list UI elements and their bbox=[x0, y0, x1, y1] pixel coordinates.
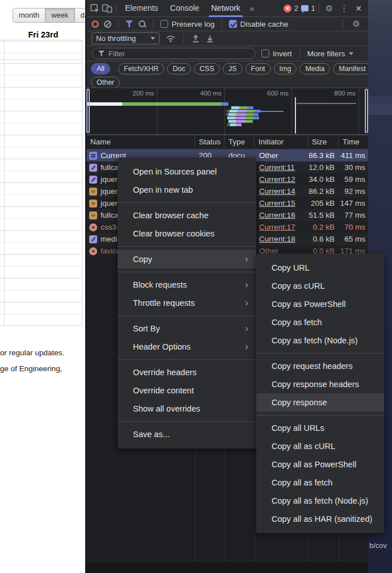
initiator-link[interactable]: Current:18 bbox=[259, 235, 295, 243]
search-icon[interactable] bbox=[138, 20, 146, 28]
column-header-time[interactable]: Time bbox=[339, 135, 369, 149]
initiator-link[interactable]: Current:17 bbox=[259, 223, 295, 231]
filter-chip-css[interactable]: CSS bbox=[194, 63, 220, 74]
request-time: 70 ms bbox=[339, 221, 369, 233]
filter-chip-font[interactable]: Font bbox=[245, 63, 271, 74]
menu-item-copy-as-fetch[interactable]: Copy as fetch bbox=[256, 313, 384, 331]
error-count[interactable]: 2 bbox=[294, 5, 298, 13]
more-filters-dropdown[interactable]: More filters bbox=[307, 49, 353, 58]
menu-item-copy-all-as-fetch[interactable]: Copy all as fetch bbox=[256, 474, 384, 492]
menu-item-override-content[interactable]: Override content bbox=[118, 381, 256, 400]
record-network-log-icon[interactable] bbox=[91, 20, 99, 28]
waterfall-bar bbox=[237, 113, 245, 116]
device-toolbar-icon[interactable] bbox=[102, 3, 112, 13]
background-page-calendar: month week day Fri 23rd or regular updat… bbox=[0, 0, 85, 573]
menu-item-copy-all-as-fetch-nodejs[interactable]: Copy all as fetch (Node.js) bbox=[256, 492, 384, 510]
issues-icon[interactable] bbox=[301, 5, 308, 11]
initiator-link[interactable]: Current:16 bbox=[259, 211, 295, 219]
request-size: 86.3 kB bbox=[308, 150, 339, 161]
script-icon bbox=[89, 211, 97, 219]
throttling-dropdown[interactable]: No throttling bbox=[91, 32, 160, 44]
calendar-allday-separator bbox=[0, 59, 82, 60]
inspect-element-icon[interactable] bbox=[90, 3, 100, 14]
menu-item-copy-all-as-har-sanitized[interactable]: Copy all as HAR (sanitized) bbox=[256, 510, 384, 528]
tab-network[interactable]: Network bbox=[206, 0, 245, 17]
month-view-button[interactable]: month bbox=[13, 9, 45, 22]
menu-item-block-requests[interactable]: Block requests bbox=[118, 276, 256, 294]
menu-item-copy-url[interactable]: Copy URL bbox=[256, 259, 384, 277]
menu-item-copy-all-as-curl[interactable]: Copy all as cURL bbox=[256, 437, 384, 455]
menu-item-open-in-sources-panel[interactable]: Open in Sources panel bbox=[118, 163, 256, 181]
network-overview-timeline[interactable]: 200 ms 400 ms 600 ms 800 ms bbox=[86, 88, 368, 135]
initiator-link[interactable]: Current:11 bbox=[259, 163, 295, 172]
menu-item-throttle-requests[interactable]: Throttle requests bbox=[118, 294, 256, 312]
menu-item-copy-request-headers[interactable]: Copy request headers bbox=[256, 357, 384, 375]
filter-chip-js[interactable]: JS bbox=[223, 63, 243, 74]
week-view-button[interactable]: week bbox=[45, 9, 74, 22]
menu-item-clear-browser-cache[interactable]: Clear browser cache bbox=[118, 206, 256, 225]
menu-item-copy-all-as-powershell[interactable]: Copy all as PowerShell bbox=[256, 455, 384, 474]
tab-console[interactable]: Console bbox=[165, 0, 204, 17]
calendar-grid bbox=[0, 40, 82, 326]
request-name: jquer bbox=[101, 197, 118, 209]
invert-checkbox[interactable] bbox=[261, 49, 269, 57]
menu-item-copy-all-urls[interactable]: Copy all URLs bbox=[256, 419, 384, 437]
network-conditions-icon[interactable] bbox=[165, 34, 176, 43]
column-header-name[interactable]: Name bbox=[86, 135, 195, 149]
filter-chip-media[interactable]: Media bbox=[299, 63, 330, 74]
clear-network-log-icon[interactable] bbox=[104, 20, 111, 28]
script-icon bbox=[89, 200, 97, 207]
filter-chip-doc[interactable]: Doc bbox=[167, 63, 191, 74]
menu-item-open-in-new-tab[interactable]: Open in new tab bbox=[118, 181, 256, 199]
menu-item-copy-as-curl[interactable]: Copy as cURL bbox=[256, 277, 384, 295]
devtools-footer bbox=[86, 561, 368, 573]
menu-item-sort-by[interactable]: Sort By bbox=[118, 319, 256, 338]
menu-item-clear-browser-cookies[interactable]: Clear browser cookies bbox=[118, 225, 256, 243]
initiator-link[interactable]: Current:15 bbox=[259, 199, 295, 207]
settings-gear-icon[interactable]: ⚙ bbox=[323, 3, 336, 14]
page-text-line: or regular updates. bbox=[0, 348, 64, 357]
export-har-icon[interactable] bbox=[206, 34, 214, 43]
disable-cache-checkbox[interactable] bbox=[229, 20, 237, 28]
filter-chip-manifest[interactable]: Manifest bbox=[333, 63, 368, 74]
preserve-log-checkbox[interactable] bbox=[160, 20, 168, 28]
column-header-initiator[interactable]: Initiator bbox=[255, 135, 308, 149]
filter-chip-img[interactable]: Img bbox=[274, 63, 297, 74]
filter-chip-other[interactable]: Other bbox=[91, 77, 120, 88]
close-devtools-icon[interactable]: ✕ bbox=[352, 4, 365, 13]
filter-input[interactable] bbox=[109, 49, 249, 58]
menu-item-copy-as-powershell[interactable]: Copy as PowerShell bbox=[256, 295, 384, 313]
status-badges: ✕ 2 1 bbox=[283, 5, 315, 13]
timeline-left-handle[interactable] bbox=[86, 89, 90, 133]
chevron-down-icon bbox=[151, 37, 155, 40]
filter-chip-all[interactable]: All bbox=[91, 63, 110, 74]
initiator-link[interactable]: Current:14 bbox=[259, 187, 295, 196]
menu-item-copy[interactable]: Copy bbox=[118, 250, 256, 268]
waterfall-bar bbox=[297, 103, 356, 104]
network-settings-gear-icon[interactable]: ⚙ bbox=[350, 19, 363, 29]
initiator-link[interactable]: Current:12 bbox=[259, 175, 295, 184]
filter-input-wrapper bbox=[92, 48, 256, 59]
menu-item-copy-as-fetch-nodejs[interactable]: Copy as fetch (Node.js) bbox=[256, 331, 384, 350]
divider bbox=[319, 4, 319, 13]
request-size: 0.6 kB bbox=[308, 233, 339, 245]
column-header-type[interactable]: Type bbox=[224, 135, 255, 149]
column-header-size[interactable]: Size bbox=[308, 135, 339, 149]
issue-count[interactable]: 1 bbox=[311, 5, 315, 13]
more-tabs-icon[interactable]: » bbox=[247, 3, 256, 13]
menu-item-header-options[interactable]: Header Options bbox=[118, 338, 256, 356]
kebab-menu-icon[interactable]: ⋮ bbox=[337, 3, 351, 14]
error-count-icon[interactable]: ✕ bbox=[283, 5, 291, 13]
column-header-status[interactable]: Status bbox=[195, 135, 224, 149]
menu-item-save-as[interactable]: Save as... bbox=[118, 425, 256, 443]
submenu-arrow-icon bbox=[245, 294, 248, 312]
menu-item-copy-response[interactable]: Copy response bbox=[256, 393, 384, 412]
filter-chip-fetch-xhr[interactable]: Fetch/XHR bbox=[118, 63, 164, 74]
tab-elements[interactable]: Elements bbox=[120, 0, 163, 17]
filter-toggle-icon[interactable] bbox=[126, 20, 133, 27]
menu-item-copy-response-headers[interactable]: Copy response headers bbox=[256, 375, 384, 393]
menu-item-show-all-overrides[interactable]: Show all overrides bbox=[118, 400, 256, 418]
menu-item-override-headers[interactable]: Override headers bbox=[118, 363, 256, 381]
import-har-icon[interactable] bbox=[191, 34, 200, 43]
page-band bbox=[368, 96, 392, 104]
